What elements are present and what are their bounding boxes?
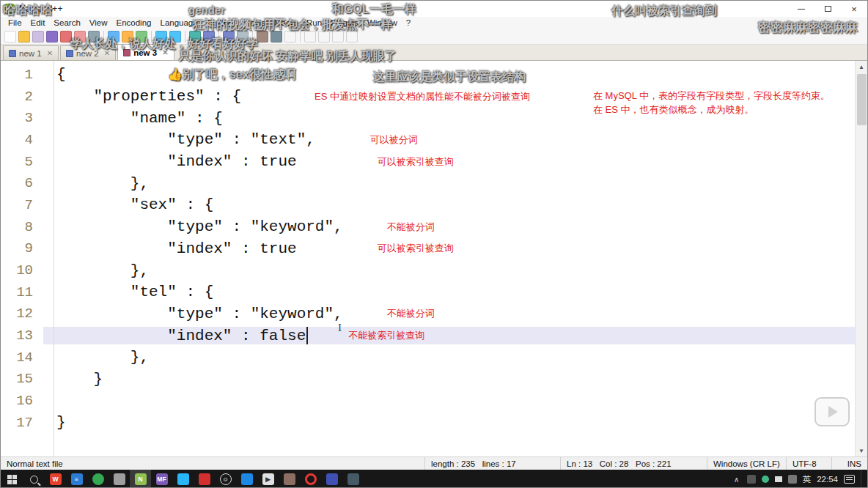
status-encoding[interactable]: UTF-8	[787, 457, 832, 470]
paste-icon[interactable]	[136, 31, 147, 42]
scroll-up-icon[interactable]: ▲	[856, 61, 868, 73]
video-play-overlay-button[interactable]	[814, 397, 850, 426]
word-wrap-icon[interactable]	[257, 31, 268, 42]
menu-help[interactable]: ?	[402, 18, 415, 27]
menu-language[interactable]: Language	[155, 18, 202, 27]
cut-icon[interactable]	[108, 31, 119, 42]
find-icon[interactable]	[189, 31, 201, 42]
start-button[interactable]	[1, 470, 23, 488]
tab-new-2[interactable]: new 2 ✕	[60, 45, 116, 60]
taskbar-clock[interactable]: 22:54	[817, 475, 838, 484]
hidden-icons-chevron[interactable]: ∧	[732, 475, 741, 484]
close-button[interactable]: ×	[841, 1, 867, 17]
code-lines[interactable]: 1{2 "properties" : {ES 中通过映射设置文档的属性能不能被分…	[1, 61, 855, 456]
macro-record-icon[interactable]	[304, 31, 316, 42]
replace-icon[interactable]	[203, 31, 215, 42]
copy-icon[interactable]	[122, 31, 133, 42]
taskbar-app-wps[interactable]: W	[45, 470, 66, 488]
taskbar-app-media[interactable]: ▶	[257, 470, 279, 488]
taskbar-search-button[interactable]	[23, 470, 45, 488]
menu-tools[interactable]: Tools	[241, 18, 270, 27]
menu-edit[interactable]: Edit	[26, 18, 50, 27]
menu-macro[interactable]: Macro	[270, 18, 302, 27]
status-insert-mode[interactable]: INS	[832, 457, 867, 470]
code-line[interactable]: 12 "type" : "keyword",不能被分词	[1, 303, 855, 325]
taskbar-app-document[interactable]: ≡	[66, 470, 87, 488]
code-line[interactable]: 6 },	[1, 172, 855, 194]
volume-icon[interactable]	[788, 475, 797, 484]
taskbar-app-red[interactable]	[194, 470, 215, 488]
input-language-indicator[interactable]: 英	[803, 474, 812, 485]
headset-icon[interactable]	[747, 475, 756, 484]
save-icon[interactable]	[32, 31, 44, 42]
code-line[interactable]: 1{	[1, 64, 855, 86]
menu-file[interactable]: File	[4, 18, 26, 27]
code-line[interactable]: 8 "type" : "keyword",不能被分词	[1, 216, 855, 238]
taskbar-app-dark[interactable]	[342, 470, 364, 488]
menu-plugins[interactable]: Plugins	[326, 18, 363, 27]
function-list-icon[interactable]	[332, 31, 344, 42]
show-all-characters-icon[interactable]	[271, 31, 282, 42]
zoom-in-icon[interactable]	[223, 31, 235, 42]
open-file-icon[interactable]	[18, 31, 30, 42]
maximize-button[interactable]	[814, 1, 841, 17]
scroll-down-icon[interactable]: ▼	[856, 445, 868, 456]
taskbar-app-settings[interactable]	[108, 470, 130, 488]
close-file-icon[interactable]	[60, 31, 72, 42]
indent-guide-icon[interactable]	[284, 31, 296, 42]
tab-close-icon[interactable]: ✕	[104, 49, 110, 57]
network-icon[interactable]	[775, 476, 782, 482]
code-line[interactable]: 10 },	[1, 259, 855, 281]
new-file-icon[interactable]	[4, 31, 16, 42]
menu-run[interactable]: Run	[302, 18, 326, 27]
restore-icon	[825, 6, 831, 12]
taskbar-app-blue[interactable]	[236, 470, 257, 488]
taskbar-app-notepadpp-active[interactable]: N	[130, 470, 151, 488]
menu-settings[interactable]: Settings	[202, 18, 242, 27]
code-line[interactable]: 5 "index" : true可以被索引被查询	[1, 151, 855, 173]
code-line[interactable]: 9 "index" : true可以被索引被查询	[1, 238, 855, 260]
tab-close-icon[interactable]: ✕	[162, 48, 168, 56]
taskbar-app-ring[interactable]	[300, 470, 321, 488]
app-tray-icon[interactable]	[762, 476, 769, 483]
code-line[interactable]: 7 "sex" : {	[1, 194, 855, 216]
code-line[interactable]: 13 "index" : false不能被索引被查询	[1, 325, 855, 347]
code-line[interactable]: 4 "type" : "text",可以被分词	[1, 129, 855, 151]
taskbar-app-smiley[interactable]: ☺	[215, 470, 236, 488]
code-line[interactable]: 17}	[1, 412, 855, 434]
close-all-icon[interactable]	[74, 31, 86, 42]
taskbar-app-browser[interactable]	[87, 470, 108, 488]
code-line[interactable]: 16	[1, 390, 855, 412]
code-line[interactable]: 14 },	[1, 347, 855, 369]
zoom-out-icon[interactable]	[237, 31, 249, 42]
tab-close-icon[interactable]: ✕	[47, 49, 53, 57]
code-line[interactable]: 15 }	[1, 369, 855, 391]
code-line[interactable]: 11 "tel" : {	[1, 281, 855, 303]
tab-new-3-active[interactable]: new 3 ✕	[117, 44, 174, 60]
vertical-scrollbar[interactable]: ▲ ▼	[855, 61, 867, 456]
notification-center-icon[interactable]	[844, 475, 855, 484]
menu-encoding[interactable]: Encoding	[112, 18, 156, 27]
show-desktop-button[interactable]	[861, 470, 864, 488]
menu-view[interactable]: View	[85, 18, 112, 27]
status-eol-format[interactable]: Windows (CR LF)	[707, 457, 787, 470]
scrollbar-track[interactable]	[856, 73, 867, 445]
search-icon	[30, 476, 38, 484]
taskbar-app-phone[interactable]	[172, 470, 194, 488]
code-text: "type" : "keyword",	[56, 218, 343, 235]
menu-search[interactable]: Search	[49, 18, 84, 27]
tab-new-1[interactable]: new 1 ✕	[3, 45, 59, 60]
redo-icon[interactable]	[169, 31, 181, 42]
save-all-icon[interactable]	[46, 31, 58, 42]
taskbar-app-indigo[interactable]	[321, 470, 342, 488]
document-map-icon[interactable]	[346, 31, 358, 42]
taskbar-app-brown[interactable]	[279, 470, 300, 488]
macro-play-icon[interactable]	[318, 31, 330, 42]
undo-icon[interactable]	[155, 31, 167, 42]
taskbar-app-mf[interactable]: MF	[151, 470, 172, 488]
print-icon[interactable]	[88, 31, 100, 42]
editor[interactable]: 1{2 "properties" : {ES 中通过映射设置文档的属性能不能被分…	[1, 61, 867, 456]
menu-window[interactable]: Window	[363, 18, 402, 27]
scrollbar-thumb[interactable]	[857, 74, 867, 125]
minimize-button[interactable]	[788, 1, 814, 17]
